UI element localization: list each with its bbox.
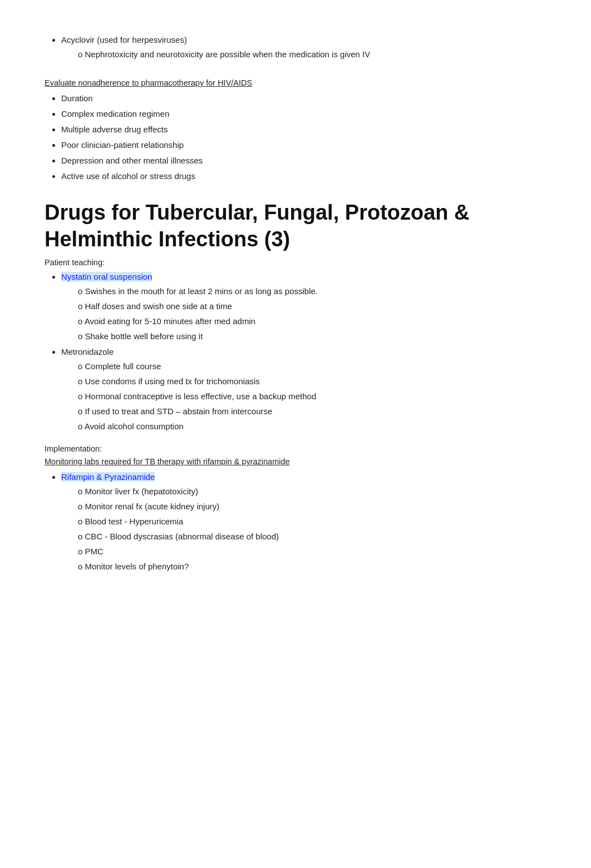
nonadherence-list: Duration Complex medication regimen Mult… xyxy=(45,92,546,183)
list-item: Hormonal contraceptive is less effective… xyxy=(78,390,546,403)
list-item: Monitor renal fx (acute kidney injury) xyxy=(78,500,546,513)
list-item: Swishes in the mouth for at least 2 mins… xyxy=(78,285,546,298)
list-item: Nephrotoxicity and neurotoxicity are pos… xyxy=(78,48,546,61)
metronidazole-sub-list: Complete full course Use condoms if usin… xyxy=(61,360,546,433)
list-item: Multiple adverse drug effects xyxy=(61,123,546,136)
list-item: Shake bottle well before using it xyxy=(78,330,546,343)
list-item: If used to treat and STD – abstain from … xyxy=(78,405,546,418)
implementation-section: Implementation: Monitoring labs required… xyxy=(45,444,546,573)
patient-teaching-section: Patient teaching: Nystatin oral suspensi… xyxy=(45,258,546,433)
top-section: Acyclovir (used for herpesviruses) Nephr… xyxy=(45,33,546,61)
list-item-nystatin: Nystatin oral suspension Swishes in the … xyxy=(61,270,546,343)
list-item: Duration xyxy=(61,92,546,105)
list-item: Depression and other mental illnesses xyxy=(61,154,546,167)
acyclovir-label: Acyclovir (used for herpesviruses) xyxy=(61,35,187,44)
list-item: Acyclovir (used for herpesviruses) Nephr… xyxy=(61,33,546,61)
nystatin-label: Nystatin oral suspension xyxy=(61,272,152,281)
acyclovir-sub1: Nephrotoxicity and neurotoxicity are pos… xyxy=(85,49,371,59)
patient-teaching-list: Nystatin oral suspension Swishes in the … xyxy=(45,270,546,433)
list-item: PMC xyxy=(78,545,546,558)
list-item: Poor clinician-patient relationship xyxy=(61,138,546,152)
list-item-metronidazole: Metronidazole Complete full course Use c… xyxy=(61,345,546,433)
list-item: Avoid eating for 5-10 minutes after med … xyxy=(78,315,546,328)
list-item: Monitor liver fx (hepatotoxicity) xyxy=(78,485,546,498)
list-item-rifampin: Rifampin & Pyrazinamide Monitor liver fx… xyxy=(61,470,546,573)
list-item: Monitor levels of phenytoin? xyxy=(78,560,546,573)
nystatin-sub-list: Swishes in the mouth for at least 2 mins… xyxy=(61,285,546,343)
list-item: Complex medication regimen xyxy=(61,107,546,121)
implementation-label: Implementation: xyxy=(45,444,546,453)
top-bullet-list: Acyclovir (used for herpesviruses) Nephr… xyxy=(45,33,546,61)
list-item: Blood test - Hyperuricemia xyxy=(78,515,546,528)
list-item: Avoid alcohol consumption xyxy=(78,420,546,433)
nonadherence-heading: Evaluate nonadherence to pharmacotherapy… xyxy=(45,78,252,87)
list-item: CBC - Blood dyscrasias (abnormal disease… xyxy=(78,530,546,543)
list-item: Half doses and swish one side at a time xyxy=(78,300,546,313)
list-item: Complete full course xyxy=(78,360,546,373)
nonadherence-section: Evaluate nonadherence to pharmacotherapy… xyxy=(45,78,546,183)
list-item: Active use of alcohol or stress drugs xyxy=(61,170,546,183)
rifampin-sub-list: Monitor liver fx (hepatotoxicity) Monito… xyxy=(61,485,546,573)
implementation-list: Rifampin & Pyrazinamide Monitor liver fx… xyxy=(45,470,546,573)
main-heading: Drugs for Tubercular, Fungal, Protozoan … xyxy=(45,200,546,252)
monitoring-heading: Monitoring labs required for TB therapy … xyxy=(45,457,290,466)
rifampin-label: Rifampin & Pyrazinamide xyxy=(61,472,155,482)
metronidazole-label: Metronidazole xyxy=(61,347,114,356)
list-item: Use condoms if using med tx for trichomo… xyxy=(78,375,546,388)
acyclovir-sub-list: Nephrotoxicity and neurotoxicity are pos… xyxy=(61,48,546,61)
patient-teaching-label: Patient teaching: xyxy=(45,258,546,267)
